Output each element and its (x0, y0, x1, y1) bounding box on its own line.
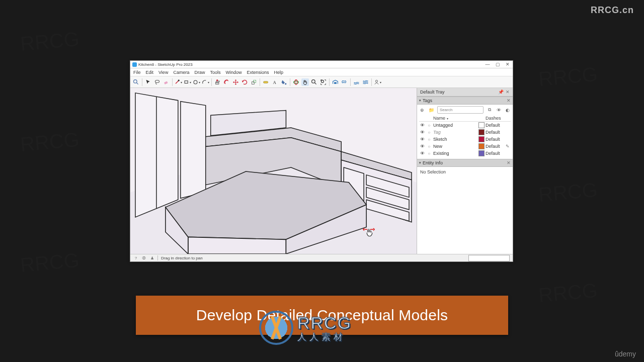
rotate-icon[interactable] (241, 78, 249, 86)
bg-watermark: RRCG (19, 128, 80, 156)
offset-icon[interactable] (223, 78, 230, 86)
tag-dashes[interactable]: Default (486, 130, 505, 135)
menu-edit[interactable]: Edit (146, 70, 154, 75)
tag-dashes[interactable]: Default (486, 151, 505, 156)
tag-visibility-toggle[interactable]: 👁 (419, 123, 425, 128)
zoom-icon[interactable] (310, 78, 318, 86)
window-close-button[interactable]: ✕ (505, 62, 511, 67)
tag-row[interactable]: 👁○ExistingDefault (419, 150, 511, 157)
tag-folder-button[interactable]: 📁 (428, 107, 434, 113)
tag-color-swatch[interactable] (478, 150, 485, 156)
window-minimize-button[interactable]: — (485, 62, 491, 67)
tag-more-icon[interactable]: ◐ (505, 107, 511, 113)
tag-visibility-toggle[interactable]: 👁 (419, 151, 425, 156)
tag-row[interactable]: 👁○NewDefault✎ (419, 143, 511, 150)
entity-panel-close-icon[interactable]: ✕ (507, 160, 511, 165)
tag-search-input[interactable]: Search (437, 106, 484, 114)
tag-active-radio[interactable]: ○ (426, 130, 432, 135)
tags-name-header[interactable]: Name (433, 116, 477, 121)
tags-panel-header[interactable]: Tags ✕ (417, 97, 513, 105)
workspace: Default Tray 📌 ✕ Tags ✕ ⊕ 📁 Search ⧉ 👁 ◐ (130, 88, 513, 254)
badge-line1: RRCG (297, 314, 352, 331)
tag-row[interactable]: 👁○TagDefault (419, 129, 511, 136)
warehouse-icon[interactable] (332, 78, 339, 86)
pushpull-icon[interactable] (214, 78, 221, 86)
menu-file[interactable]: File (133, 70, 141, 75)
tag-color-swatch[interactable] (478, 122, 485, 128)
tag-name: New (433, 144, 477, 149)
arc-tool-icon[interactable] (202, 78, 209, 86)
tag-color-swatch[interactable] (478, 129, 485, 135)
eraser-icon[interactable] (163, 78, 170, 86)
tag-visibility-toggle[interactable]: 👁 (419, 130, 425, 135)
line-tool-icon[interactable] (175, 78, 182, 86)
sandbox2-icon[interactable] (362, 78, 369, 86)
tag-active-radio[interactable]: ○ (426, 151, 432, 156)
tape-icon[interactable] (262, 78, 270, 86)
paint-icon[interactable] (280, 78, 288, 86)
menu-camera[interactable]: Camera (173, 70, 189, 75)
credits-icon[interactable]: ♟ (149, 255, 154, 260)
bg-watermark: RRCG (19, 28, 80, 55)
tag-filter-icon[interactable]: ⧉ (487, 107, 493, 113)
tag-visibility-toggle[interactable]: 👁 (419, 137, 425, 142)
model-viewport[interactable] (130, 88, 417, 254)
window-maximize-button[interactable]: ▢ (495, 62, 501, 67)
svg-point-14 (295, 79, 297, 84)
pan-icon[interactable] (301, 78, 309, 86)
tray-title-label: Default Tray (420, 89, 445, 95)
sandbox1-icon[interactable] (353, 78, 360, 86)
account-icon[interactable] (374, 78, 381, 86)
entity-panel-label: Entity Info (423, 160, 443, 165)
select-icon[interactable] (144, 78, 152, 86)
menu-tools[interactable]: Tools (210, 70, 220, 75)
tag-dashes[interactable]: Default (486, 144, 505, 149)
menu-extensions[interactable]: Extensions (247, 70, 269, 75)
tag-active-radio[interactable]: ○ (426, 144, 432, 149)
tray-title-bar[interactable]: Default Tray 📌 ✕ (417, 88, 513, 97)
lasso-icon[interactable] (153, 78, 161, 86)
extension-wh-icon[interactable] (341, 78, 348, 86)
scale-icon[interactable] (250, 78, 258, 86)
svg-rect-3 (164, 81, 168, 84)
svg-point-7 (194, 80, 197, 84)
orbit-icon[interactable] (292, 78, 300, 86)
circle-tool-icon[interactable] (193, 78, 200, 86)
menu-help[interactable]: Help (274, 70, 283, 75)
tag-row[interactable]: 👁○SketchDefault (419, 136, 511, 143)
measurements-input[interactable] (468, 255, 510, 261)
top-right-watermark: RRCG.cn (591, 5, 634, 16)
tag-active-radio[interactable]: ○ (426, 123, 432, 128)
tags-dashes-header[interactable]: Dashes (486, 116, 505, 121)
search-icon[interactable] (132, 78, 140, 86)
title-bar[interactable]: Kitchen8 - SketchUp Pro 2023 — ▢ ✕ (130, 61, 513, 68)
scene-drawing (130, 88, 417, 254)
help-icon[interactable]: ? (133, 255, 138, 260)
geo-icon[interactable]: ⦿ (141, 255, 146, 260)
add-tag-button[interactable]: ⊕ (419, 107, 425, 113)
entity-panel-header[interactable]: Entity Info ✕ (417, 159, 513, 167)
tags-panel-close-icon[interactable]: ✕ (507, 98, 511, 103)
tag-visibility-toggle[interactable]: 👁 (419, 144, 425, 149)
zoom-extents-icon[interactable] (319, 78, 327, 86)
tag-dashes[interactable]: Default (486, 137, 505, 142)
tray-pin-icon[interactable]: 📌 (498, 89, 504, 95)
svg-point-0 (134, 79, 137, 83)
tag-color-swatch[interactable] (478, 143, 485, 149)
tag-visibility-icon[interactable]: 👁 (496, 107, 502, 113)
move-icon[interactable] (232, 78, 239, 86)
rectangle-tool-icon[interactable] (184, 78, 191, 86)
tag-color-swatch[interactable] (478, 136, 485, 142)
text-icon[interactable]: A (271, 78, 279, 86)
tag-active-radio[interactable]: ○ (426, 137, 432, 142)
menu-view[interactable]: View (158, 70, 168, 75)
tag-name: Existing (433, 151, 477, 156)
menu-draw[interactable]: Draw (194, 70, 205, 75)
center-watermark-badge: RRCG 人人素材 (259, 311, 352, 345)
tag-row[interactable]: 👁○UntaggedDefault (419, 122, 511, 129)
edit-tag-icon[interactable]: ✎ (506, 144, 511, 149)
tag-dashes[interactable]: Default (486, 123, 505, 128)
svg-point-12 (285, 83, 286, 84)
menu-window[interactable]: Window (225, 70, 242, 75)
tray-close-icon[interactable]: ✕ (506, 89, 510, 95)
